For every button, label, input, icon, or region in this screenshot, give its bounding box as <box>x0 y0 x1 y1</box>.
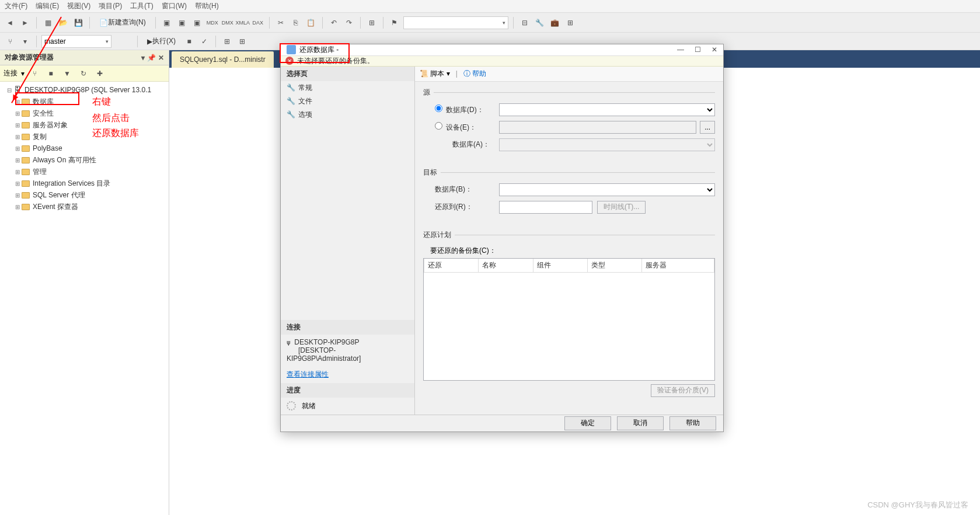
dialog-titlebar[interactable]: 还原数据库 - — ☐ ✕ <box>281 44 723 56</box>
options-icon[interactable]: ⊞ <box>236 35 249 48</box>
tree-node[interactable]: ⊞Integration Services 目录 <box>4 178 165 189</box>
maximize-icon[interactable]: ☐ <box>695 46 701 54</box>
connect-chev-icon[interactable]: ▾ <box>21 69 25 78</box>
verify-button: 验证备份介质(V) <box>651 384 715 397</box>
tree-node[interactable]: ⊞SQL Server 代理 <box>4 189 165 201</box>
minimize-icon[interactable]: — <box>677 46 684 54</box>
undo-icon[interactable]: ↶ <box>327 16 340 29</box>
stop-icon[interactable]: ■ <box>183 35 196 48</box>
menu-item[interactable]: 文件(F) <box>5 1 27 11</box>
device-input <box>499 121 696 134</box>
dmx-icon[interactable]: DMX <box>221 16 234 29</box>
view-connection-link[interactable]: 查看连接属性 <box>281 366 414 383</box>
paste-icon[interactable]: 📋 <box>305 16 318 29</box>
pin-icon[interactable]: 📌 <box>147 54 156 62</box>
warning-text: 未选择要还原的备份集。 <box>297 56 374 66</box>
new-project-icon[interactable]: ▦ <box>41 16 54 29</box>
column-header[interactable]: 服务器 <box>642 259 714 273</box>
ok-button[interactable]: 确定 <box>564 416 611 430</box>
menu-item[interactable]: 工具(T) <box>130 1 153 11</box>
xmla-icon[interactable]: XMLA <box>236 16 249 29</box>
new-query-button[interactable]: 📄 新建查询(N) <box>95 16 151 30</box>
column-header[interactable]: 类型 <box>588 259 642 273</box>
source-db-select[interactable] <box>499 103 715 116</box>
tree-node[interactable]: ⊞安全性 <box>4 107 165 119</box>
dialog-right-toolbar: 📜 脚本 ▾ | ⓘ 帮助 <box>415 67 723 82</box>
close-icon[interactable]: ✕ <box>712 46 717 54</box>
backup-sets-table[interactable]: 还原名称组件类型服务器 <box>423 258 715 381</box>
dax-icon[interactable]: DAX <box>252 16 264 29</box>
backup-sets-label: 要还原的备份集(C)： <box>423 246 715 256</box>
tree-node[interactable]: ⊞XEvent 探查器 <box>4 201 165 213</box>
redo-icon[interactable]: ↷ <box>343 16 355 29</box>
registered-icon[interactable]: ⚑ <box>388 16 401 29</box>
database-radio[interactable] <box>435 105 442 112</box>
progress-ready: 就绪 <box>281 398 414 415</box>
tree-node[interactable]: ⊞Always On 高可用性 <box>4 154 165 166</box>
tool-icon-3[interactable]: 💼 <box>549 16 562 29</box>
column-header[interactable]: 组件 <box>533 259 587 273</box>
menu-item[interactable]: 帮助(H) <box>195 1 219 11</box>
open-icon[interactable]: 📂 <box>57 16 69 29</box>
mdx-icon[interactable]: MDX <box>206 16 219 29</box>
target-legend: 目标 <box>423 168 441 178</box>
tree-node[interactable]: ⊞服务器对象 <box>4 119 165 131</box>
search-combo[interactable]: ▾ <box>403 16 508 29</box>
forward-icon[interactable]: ► <box>19 16 32 29</box>
menu-item[interactable]: 项目(P) <box>99 1 122 11</box>
copy-icon[interactable]: ⎘ <box>290 16 302 29</box>
tool-icon-1[interactable]: ⊟ <box>518 16 531 29</box>
menu-item[interactable]: 窗口(W) <box>162 1 187 11</box>
column-header[interactable]: 名称 <box>479 259 533 273</box>
menu-item[interactable]: 编辑(E) <box>36 1 59 11</box>
target-fieldset: 目标 数据库(B)： 还原到(R)： 时间线(T)... <box>423 168 715 224</box>
connection-info: ψ DESKTOP-KIP9G8P [DESKTOP-KIP9G8P\Admin… <box>281 335 414 366</box>
dropdown-icon[interactable]: ▾ <box>141 54 145 62</box>
disconnect-icon[interactable]: ⑂ <box>28 67 41 80</box>
plan-icon[interactable]: ⊞ <box>221 35 233 48</box>
db-icon-2[interactable]: ▣ <box>176 16 189 29</box>
help-button[interactable]: 帮助 <box>669 416 716 430</box>
back-icon[interactable]: ◄ <box>4 16 16 29</box>
help-link[interactable]: ⓘ 帮助 <box>463 69 486 79</box>
tool-icon-4[interactable]: ⊞ <box>564 16 577 29</box>
execute-label: 执行(X) <box>152 36 176 46</box>
spinner-icon <box>287 401 296 410</box>
restore-to-input[interactable] <box>499 201 592 214</box>
page-files[interactable]: 🔧文件 <box>281 95 414 108</box>
execute-button[interactable]: ▶ 执行(X) <box>142 34 180 48</box>
close-panel-icon[interactable]: ✕ <box>158 54 164 62</box>
dialog-right-panel: 📜 脚本 ▾ | ⓘ 帮助 源 数据库(D)： 设备(E)： ... <box>415 67 723 415</box>
filter-icon[interactable]: ▼ <box>61 67 74 80</box>
page-options[interactable]: 🔧选项 <box>281 108 414 121</box>
add-icon[interactable]: ✚ <box>93 67 106 80</box>
cut-icon[interactable]: ✂ <box>274 16 287 29</box>
connect-label[interactable]: 连接 <box>4 68 18 78</box>
tree-node[interactable]: ⊞复制 <box>4 131 165 142</box>
script-link[interactable]: 📜 脚本 ▾ <box>420 69 450 79</box>
activity-icon[interactable]: ⊞ <box>365 16 378 29</box>
tool-icon-2[interactable]: 🔧 <box>533 16 546 29</box>
browse-device-button[interactable]: ... <box>700 121 715 134</box>
menu-item[interactable]: 视图(V) <box>67 1 90 11</box>
tree-node[interactable]: ⊞管理 <box>4 166 165 178</box>
column-header[interactable]: 还原 <box>424 259 479 273</box>
db-icon[interactable]: ▣ <box>161 16 173 29</box>
tree-server-node[interactable]: ⊟🗄DESKTOP-KIP9G8P (SQL Server 13.0.1 <box>4 84 165 96</box>
db-icon-3[interactable]: ▣ <box>191 16 204 29</box>
save-icon[interactable]: 💾 <box>72 16 85 29</box>
parse-icon[interactable]: ✓ <box>198 35 211 48</box>
tree-node[interactable]: ⊞PolyBase <box>4 142 165 154</box>
dialog-icon <box>287 45 296 54</box>
target-db-select[interactable] <box>499 183 715 196</box>
tab-sqlquery[interactable]: SQLQuery1.sql - D...ministr <box>172 51 274 68</box>
device-radio[interactable] <box>435 122 442 130</box>
cancel-button[interactable]: 取消 <box>617 416 664 430</box>
chev-icon[interactable]: ▾ <box>19 35 32 48</box>
database-combo[interactable]: master▾ <box>41 35 111 48</box>
stop-conn-icon[interactable]: ■ <box>44 67 57 80</box>
refresh-icon[interactable]: ↻ <box>77 67 90 80</box>
tree-node[interactable]: ⊞数据库 <box>4 96 165 107</box>
branch-icon[interactable]: ⑂ <box>4 35 16 48</box>
page-general[interactable]: 🔧常规 <box>281 81 414 95</box>
